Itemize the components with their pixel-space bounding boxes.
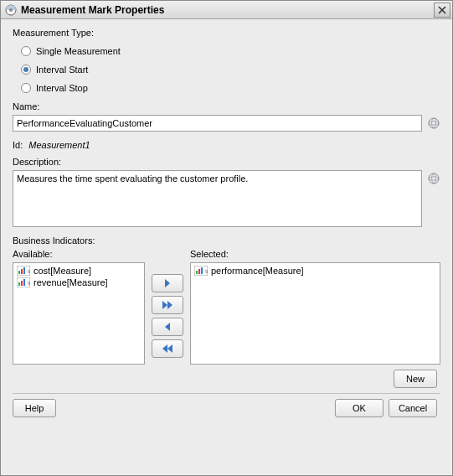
list-item[interactable]: 9 cost[Measure] — [15, 265, 142, 277]
svg-text:9: 9 — [28, 281, 30, 286]
svg-rect-13 — [23, 267, 25, 274]
svg-rect-11 — [18, 271, 20, 274]
ok-button[interactable]: OK — [335, 399, 384, 417]
svg-marker-22 — [167, 301, 172, 309]
id-row: Id: Measurement1 — [13, 140, 440, 150]
cancel-button[interactable]: Cancel — [389, 399, 437, 417]
list-item-label: cost[Measure] — [33, 266, 91, 276]
radio-label: Single Measurement — [36, 46, 121, 56]
svg-rect-12 — [21, 269, 23, 274]
double-chevron-right-icon — [161, 300, 174, 310]
available-column: Available: 9 — [13, 249, 145, 365]
description-input[interactable]: Measures the time spent evaluating the c… — [13, 170, 422, 227]
svg-point-1 — [9, 8, 13, 12]
business-indicators-columns: Available: 9 — [13, 249, 440, 365]
name-row — [13, 115, 440, 132]
business-indicators-label: Business Indicators: — [13, 235, 440, 246]
description-row: Measures the time spent evaluating the c… — [13, 170, 440, 227]
name-input[interactable] — [13, 115, 422, 132]
svg-text:9: 9 — [28, 269, 30, 274]
measure-icon: 9 — [17, 266, 30, 276]
list-item[interactable]: 9 performance[Measure] — [193, 265, 438, 277]
svg-rect-29 — [201, 267, 203, 274]
id-value: Measurement1 — [28, 140, 90, 150]
globe-icon[interactable] — [427, 116, 440, 130]
window-title: Measurement Mark Properties — [21, 4, 432, 16]
svg-marker-21 — [162, 301, 167, 309]
svg-text:9: 9 — [205, 269, 208, 274]
chevron-left-icon — [162, 322, 172, 332]
move-all-left-button[interactable] — [152, 339, 183, 358]
selected-listbox[interactable]: 9 performance[Measure] — [190, 262, 440, 365]
svg-rect-28 — [198, 269, 200, 274]
globe-icon[interactable] — [427, 172, 440, 185]
measurement-type-radio-group: Single Measurement Interval Start Interv… — [21, 46, 440, 93]
radio-single-measurement[interactable]: Single Measurement — [21, 46, 440, 56]
id-label: Id: — [13, 140, 23, 150]
svg-marker-23 — [165, 323, 170, 331]
titlebar: Measurement Mark Properties — [1, 1, 452, 19]
svg-point-7 — [429, 173, 439, 184]
radio-interval-start[interactable]: Interval Start — [21, 65, 440, 75]
svg-rect-18 — [23, 279, 25, 286]
move-right-button[interactable] — [152, 274, 183, 292]
radio-interval-stop[interactable]: Interval Stop — [21, 83, 440, 93]
dialog-footer: Help OK Cancel — [13, 399, 440, 417]
dialog-content: Measurement Type: Single Measurement Int… — [1, 19, 452, 475]
double-chevron-left-icon — [161, 344, 174, 354]
list-item-label: revenue[Measure] — [33, 277, 108, 287]
available-listbox[interactable]: 9 cost[Measure] — [13, 262, 145, 365]
radio-indicator — [21, 46, 31, 56]
svg-point-4 — [429, 118, 439, 128]
measure-icon: 9 — [194, 266, 208, 276]
help-button[interactable]: Help — [13, 399, 56, 417]
svg-rect-17 — [21, 281, 23, 286]
name-label: Name: — [13, 101, 440, 111]
radio-indicator — [21, 83, 31, 93]
description-label: Description: — [13, 157, 440, 167]
svg-marker-25 — [162, 344, 167, 353]
list-item[interactable]: 9 revenue[Measure] — [15, 277, 142, 288]
move-left-button[interactable] — [152, 318, 183, 336]
radio-label: Interval Start — [36, 65, 88, 75]
svg-rect-27 — [196, 271, 198, 274]
radio-label: Interval Stop — [36, 83, 88, 93]
close-icon — [438, 6, 446, 14]
move-all-right-button[interactable] — [152, 296, 183, 314]
available-label: Available: — [13, 249, 145, 259]
business-indicators-section: Business Indicators: Available: — [13, 235, 440, 388]
dialog-window: Measurement Mark Properties Measurement … — [0, 0, 453, 476]
svg-marker-24 — [167, 344, 172, 353]
chevron-right-icon — [162, 278, 172, 288]
app-icon — [4, 3, 18, 17]
measure-icon: 9 — [17, 277, 30, 287]
selected-column: Selected: 9 — [190, 249, 440, 365]
divider — [13, 393, 440, 394]
measurement-type-label: Measurement Type: — [13, 28, 440, 38]
selected-label: Selected: — [190, 249, 440, 259]
radio-indicator — [21, 65, 31, 75]
transfer-buttons — [152, 249, 183, 365]
svg-rect-16 — [18, 282, 20, 286]
svg-marker-20 — [165, 279, 170, 287]
new-button[interactable]: New — [394, 370, 437, 388]
list-item-label: performance[Measure] — [211, 266, 304, 276]
close-button[interactable] — [434, 3, 450, 18]
